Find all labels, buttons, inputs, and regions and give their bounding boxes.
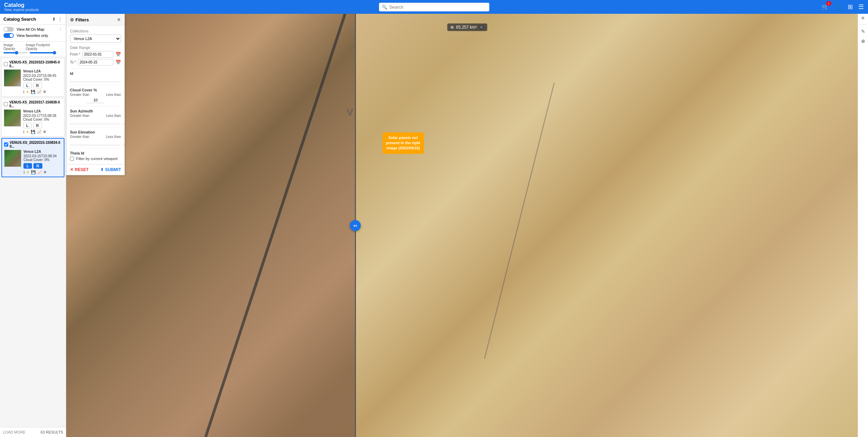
cloud-gt-lt-row: Greater than Less than bbox=[70, 93, 121, 97]
collections-select[interactable]: Venus L2A bbox=[70, 34, 121, 43]
annotation-text: Solar panels not present in the right im… bbox=[386, 136, 420, 150]
sidebar-more-icon[interactable]: ⋮ bbox=[58, 17, 62, 22]
share-icon[interactable]: ✱ bbox=[43, 130, 46, 134]
sidebar: Catalog Search ⬆ ⋮ View All On Map ⋮ Vie… bbox=[0, 14, 66, 437]
image-date: 2022-03-15T15:08:34 bbox=[23, 154, 62, 158]
image-item-header: VENUS-XS_20220323-150845-00... bbox=[4, 60, 62, 68]
share-icon[interactable]: ✱ bbox=[43, 90, 46, 94]
reset-label: RESET bbox=[75, 167, 89, 172]
layers-icon[interactable]: ⊞ bbox=[861, 17, 865, 20]
toggle-view-favorites[interactable] bbox=[3, 33, 14, 38]
image-checkbox[interactable] bbox=[4, 102, 8, 106]
right-view-button[interactable]: R bbox=[33, 123, 42, 128]
sun-el-lt-input[interactable] bbox=[122, 139, 124, 145]
to-date-input[interactable] bbox=[78, 59, 113, 66]
app-subtitle: View, explore products bbox=[4, 8, 39, 12]
submit-icon: ⬆ bbox=[100, 167, 104, 172]
grid-button[interactable]: ⊞ bbox=[848, 3, 853, 11]
info-icon[interactable]: ℹ bbox=[23, 130, 24, 134]
left-view-button[interactable]: L bbox=[23, 123, 32, 128]
filters-footer: ✕ RESET ⬆ SUBMIT bbox=[67, 164, 124, 175]
viewport-filter-checkbox[interactable] bbox=[70, 157, 74, 161]
image-thumbnail bbox=[4, 69, 21, 87]
sun-el-gt-label: Greater than bbox=[70, 135, 89, 139]
app-title: Catalog bbox=[4, 2, 39, 8]
slider-section: Image Opacity Image Footprint Opacity bbox=[0, 42, 66, 57]
load-more-button[interactable]: LOAD MORE bbox=[3, 430, 25, 434]
image-item[interactable]: VENUS-XS_20220317-150838-00... Venus L2A… bbox=[1, 98, 64, 137]
cloud-cover-input[interactable] bbox=[87, 97, 104, 103]
submit-label: SUBMIT bbox=[105, 167, 121, 172]
image-item-selected[interactable]: VENUS-XS_20220315-150834-00... Venus L2A… bbox=[1, 138, 64, 177]
image-buttons: L R bbox=[23, 123, 62, 128]
menu-button[interactable]: ☰ bbox=[858, 3, 864, 11]
image-opacity-slider-track[interactable] bbox=[3, 52, 28, 53]
left-view-button[interactable]: L bbox=[23, 83, 32, 88]
viewport-filter-label: Filter by current viewport bbox=[76, 157, 118, 161]
star-icon[interactable]: ★ bbox=[26, 90, 29, 94]
share-icon[interactable]: ✱ bbox=[43, 170, 47, 175]
filters-close-button[interactable]: ✕ bbox=[117, 17, 121, 22]
map-annotation-tooltip: Solar panels not present in the right im… bbox=[382, 132, 424, 154]
star-icon[interactable]: ★ bbox=[26, 130, 29, 134]
slider-row bbox=[3, 52, 62, 53]
from-date-input[interactable] bbox=[82, 51, 113, 58]
image-item-body: Venus L2A 2022-03-17T15:08:38 Cloud Cove… bbox=[4, 109, 62, 134]
reset-button[interactable]: ✕ RESET bbox=[70, 167, 89, 172]
search-input[interactable] bbox=[379, 3, 489, 11]
right-view-button[interactable]: R bbox=[33, 83, 42, 88]
sidebar-header-icons: ⬆ ⋮ bbox=[52, 17, 62, 22]
sidebar-options-icon[interactable]: ⋮ bbox=[59, 27, 62, 32]
sun-el-inputs bbox=[70, 139, 121, 145]
to-label: To * bbox=[70, 60, 76, 64]
menu-icon: ☰ bbox=[858, 3, 864, 10]
footprint-opacity-slider-track[interactable] bbox=[30, 52, 54, 53]
collection-name: Venus L2A bbox=[23, 150, 62, 153]
from-label: From * bbox=[70, 52, 80, 56]
map-area[interactable]: ⊕ 65,257 km² ✕ ⇔ V Solar panels not pres… bbox=[66, 14, 868, 437]
calendar-icon-2[interactable]: 📅 bbox=[115, 60, 121, 65]
sidebar-header: Catalog Search ⬆ ⋮ bbox=[0, 14, 66, 25]
image-item[interactable]: VENUS-XS_20220323-150845-00... Venus L2A… bbox=[1, 58, 64, 97]
sun-el-gt-input[interactable] bbox=[70, 139, 120, 145]
search-bar: 🔍 bbox=[379, 3, 489, 11]
grid-icon: ⊞ bbox=[848, 3, 853, 10]
image-checkbox[interactable] bbox=[4, 62, 8, 66]
save-icon[interactable]: 💾 bbox=[31, 130, 35, 134]
image-date: 2022-03-23T15:08:45 bbox=[23, 74, 62, 78]
image-meta: Venus L2A 2022-03-23T15:08:45 Cloud Cove… bbox=[23, 69, 62, 94]
user-button[interactable]: 👤 bbox=[835, 3, 842, 11]
cart-badge: 2 bbox=[826, 1, 831, 6]
sun-az-lt-input[interactable] bbox=[122, 118, 124, 124]
right-toolbar: ⊞ ✎ ⊕ bbox=[858, 14, 868, 437]
edit-icon[interactable]: ✎ bbox=[861, 29, 865, 34]
sun-az-gt-lt-row: Greater than Less than bbox=[70, 114, 121, 118]
toggle-view-all-on-map[interactable] bbox=[3, 27, 14, 32]
left-view-button-active[interactable]: L bbox=[23, 163, 32, 169]
nav-icons: 🛒 2 👤 ⊞ ☰ bbox=[821, 3, 864, 11]
calendar-icon[interactable]: 📅 bbox=[115, 52, 121, 57]
star-icon[interactable]: ★ bbox=[26, 170, 30, 175]
submit-button[interactable]: ⬆ SUBMIT bbox=[100, 167, 121, 172]
toggle-map-label: View All On Map bbox=[17, 27, 44, 31]
sidebar-controls: View All On Map ⋮ View favorites only bbox=[0, 25, 66, 42]
chart-icon[interactable]: 📈 bbox=[37, 90, 42, 94]
area-clear-button[interactable]: ✕ bbox=[479, 25, 484, 30]
id-input[interactable] bbox=[70, 76, 121, 82]
zoom-icon[interactable]: ⊕ bbox=[861, 38, 865, 44]
cart-button[interactable]: 🛒 2 bbox=[821, 3, 829, 11]
info-icon[interactable]: ℹ bbox=[23, 170, 25, 175]
sidebar-upload-icon[interactable]: ⬆ bbox=[52, 17, 56, 22]
right-view-button-active[interactable]: R bbox=[33, 163, 42, 169]
chart-icon[interactable]: 📈 bbox=[37, 130, 42, 134]
split-handle[interactable]: ⇔ bbox=[350, 220, 361, 231]
save-icon[interactable]: 💾 bbox=[31, 90, 35, 94]
sun-az-gt-input[interactable] bbox=[70, 118, 120, 124]
image-checkbox[interactable] bbox=[4, 142, 8, 147]
save-icon[interactable]: 💾 bbox=[31, 170, 36, 175]
map-terrain-right bbox=[355, 14, 858, 437]
info-icon[interactable]: ℹ bbox=[23, 90, 24, 94]
user-icon: 👤 bbox=[835, 3, 842, 10]
chart-icon[interactable]: 📈 bbox=[37, 170, 42, 175]
filters-icon: ⚙ bbox=[70, 17, 74, 22]
